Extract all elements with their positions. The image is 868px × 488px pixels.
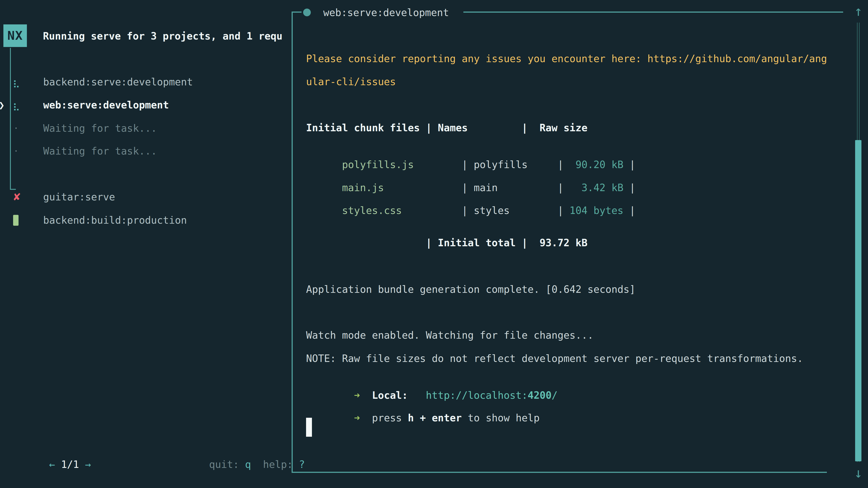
- failed-cross-icon: ✘: [13, 190, 21, 204]
- pending-dot-icon: ·: [14, 144, 18, 158]
- raw-size-note: NOTE: Raw file sizes do not reflect deve…: [306, 352, 803, 365]
- help-hint-line: ➜ press h + enter to show help: [306, 398, 539, 438]
- page-next-arrow[interactable]: →: [85, 459, 91, 470]
- chunk-table-header: Initial chunk files | Names | Raw size: [306, 121, 587, 135]
- row-tail-pipe: |: [623, 205, 636, 216]
- success-square-icon: [13, 215, 19, 226]
- help-keys: h + enter: [408, 412, 462, 424]
- issue-report-line-1: Please consider reporting any issues you…: [306, 52, 827, 66]
- help-post-text: to show help: [462, 412, 539, 424]
- task-row-guitar-serve[interactable]: ✘ guitar:serve: [0, 190, 291, 204]
- page-prev-arrow[interactable]: ←: [49, 459, 55, 470]
- panel-title: web:serve:development: [323, 6, 449, 20]
- url-slash: /: [552, 390, 558, 401]
- panel-border-top-right-segment: [463, 11, 843, 13]
- task-row-web-serve[interactable]: ⣆ web:serve:development: [0, 98, 291, 112]
- pagination: ← 1/1 →: [13, 444, 91, 485]
- scroll-up-arrow-icon[interactable]: ↑: [850, 3, 866, 19]
- task-label: guitar:serve: [43, 190, 115, 204]
- terminal-block-cursor: [306, 418, 312, 437]
- sidebar-header-text: Running serve for 3 projects, and 1 requ: [43, 29, 289, 43]
- task-label: backend:serve:development: [43, 75, 193, 89]
- watch-mode-message: Watch mode enabled. Watching for file ch…: [306, 328, 594, 342]
- spinner-icon: ⣆: [13, 75, 20, 89]
- task-row-backend-serve[interactable]: ⣆ backend:serve:development: [0, 75, 291, 89]
- task-label: Waiting for task...: [43, 144, 157, 158]
- pending-dot-icon: ·: [14, 122, 18, 135]
- quit-key: q: [245, 459, 251, 470]
- initial-total-row: | Initial total | 93.72 kB: [306, 236, 587, 250]
- panel-border-left: [291, 11, 293, 473]
- arrow-right-icon: ➜: [342, 412, 372, 424]
- quit-hint-label: quit:: [209, 459, 245, 470]
- panel-border-top-left-segment: [291, 11, 302, 13]
- task-row-backend-build[interactable]: backend:build:production: [0, 214, 291, 227]
- bundle-complete-message: Application bundle generation complete. …: [306, 283, 636, 296]
- help-key: ?: [299, 459, 305, 470]
- task-row-waiting-1[interactable]: · Waiting for task...: [0, 122, 291, 135]
- issue-report-line-2: ular-cli/issues: [306, 75, 396, 89]
- help-pre-text: press: [372, 412, 408, 424]
- chunk-name-cell: | styles |: [462, 205, 563, 216]
- chunk-file-name: styles.css: [342, 205, 462, 216]
- task-label: backend:build:production: [43, 214, 187, 227]
- chunk-table-row-styles: styles.css | styles | 104 bytes |: [306, 190, 636, 231]
- task-label-selected: web:serve:development: [43, 98, 169, 112]
- nx-logo: NX: [3, 24, 27, 47]
- task-row-waiting-2[interactable]: · Waiting for task...: [0, 144, 291, 158]
- scrollbar-thumb[interactable]: [855, 140, 862, 461]
- panel-border-bottom: [291, 472, 827, 473]
- scroll-down-arrow-icon[interactable]: ↓: [850, 465, 866, 481]
- task-label: Waiting for task...: [43, 122, 157, 135]
- shortcut-hints: quit: q help: ?: [173, 444, 305, 485]
- running-status-dot-icon: [303, 8, 311, 16]
- chunk-raw-size: 104 bytes: [563, 205, 623, 216]
- spinner-icon: ⣆: [13, 98, 20, 112]
- page-indicator: 1/1: [61, 459, 79, 470]
